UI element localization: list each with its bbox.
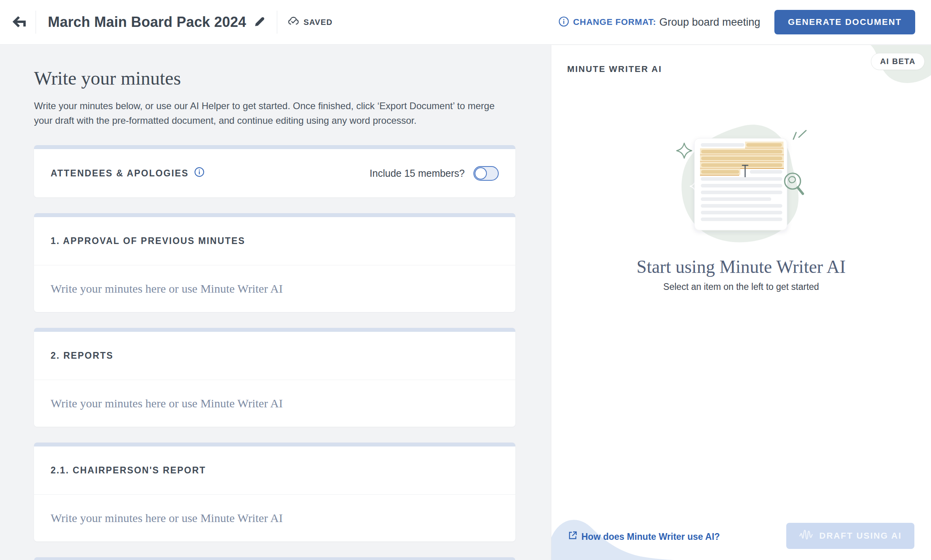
page-title: Write your minutes [34,67,551,89]
info-circle-icon[interactable] [194,167,204,180]
topbar: March Main Board Pack 2024 SAVED [0,0,931,45]
sparkle-icon [677,143,692,158]
divider [36,11,36,34]
draft-using-ai-button[interactable]: DRAFT USING AI [786,523,914,549]
card-accent-bar [34,213,515,217]
minutes-editor[interactable]: Write your minutes here or use Minute Wr… [34,265,515,312]
change-format-control[interactable]: CHANGE FORMAT: [558,16,656,28]
change-format-label: CHANGE FORMAT: [573,17,656,27]
pencil-icon [254,16,265,29]
include-members-label: Include 15 members? [370,168,465,179]
section-title: 2.1. CHAIRPERSON'S REPORT [51,465,206,476]
section-card: 2. REPORTS Write your minutes here or us… [34,328,515,427]
section-card: 1. APPROVAL OF PREVIOUS MINUTES Write yo… [34,213,515,312]
minutes-editor[interactable]: Write your minutes here or use Minute Wr… [34,380,515,427]
format-value: Group board meeting [659,16,760,28]
info-circle-icon [558,16,569,28]
editor-placeholder: Write your minutes here or use Minute Wr… [51,511,283,525]
attendees-card: ATTENDEES & APOLOGIES Include 15 members… [34,145,515,197]
page-description: Write your minutes below, or use our AI … [34,98,507,128]
card-accent-bar [34,328,515,332]
minutes-editor[interactable]: Write your minutes here or use Minute Wr… [34,495,515,541]
waveform-icon [799,528,813,544]
generate-document-button[interactable]: GENERATE DOCUMENT [774,10,915,34]
section-card-partial [34,557,515,560]
arrow-back-icon [11,13,28,32]
section-title: 2. REPORTS [51,350,114,361]
document-illustration [670,115,812,250]
ai-help-link-label: How does Minute Writer use AI? [581,532,720,542]
card-accent-bar [34,145,515,149]
edit-title-button[interactable] [252,14,267,30]
toggle-knob [475,167,487,180]
document-title: March Main Board Pack 2024 [48,14,246,30]
editor-placeholder: Write your minutes here or use Minute Wr… [51,397,283,410]
intro: Write your minutes Write your minutes be… [0,45,551,128]
saved-label: SAVED [303,18,332,27]
divider [277,11,277,34]
panel-header: MINUTE WRITER AI [567,64,662,74]
minute-writer-ai-panel: MINUTE WRITER AI AI BETA [551,45,931,560]
card-accent-bar [34,443,515,446]
editor-placeholder: Write your minutes here or use Minute Wr… [51,282,283,295]
burst-icon [793,131,806,139]
ai-help-link[interactable]: How does Minute Writer use AI? [568,531,720,543]
empty-state-subtitle: Select an item on the left to get starte… [551,282,931,292]
section-title: 1. APPROVAL OF PREVIOUS MINUTES [51,236,245,246]
empty-state-title: Start using Minute Writer AI [551,256,931,277]
cloud-check-icon [288,15,299,29]
external-link-icon [568,531,577,543]
minutes-editor-pane: Write your minutes Write your minutes be… [0,45,551,560]
include-members-toggle[interactable] [473,166,499,181]
save-status: SAVED [288,15,332,29]
back-button[interactable] [10,13,29,32]
draft-button-label: DRAFT USING AI [819,531,902,541]
minute-writer-app: March Main Board Pack 2024 SAVED [0,0,931,560]
section-card: 2.1. CHAIRPERSON'S REPORT Write your min… [34,443,515,541]
ai-beta-badge: AI BETA [871,53,925,70]
attendees-title: ATTENDEES & APOLOGIES [51,168,189,179]
